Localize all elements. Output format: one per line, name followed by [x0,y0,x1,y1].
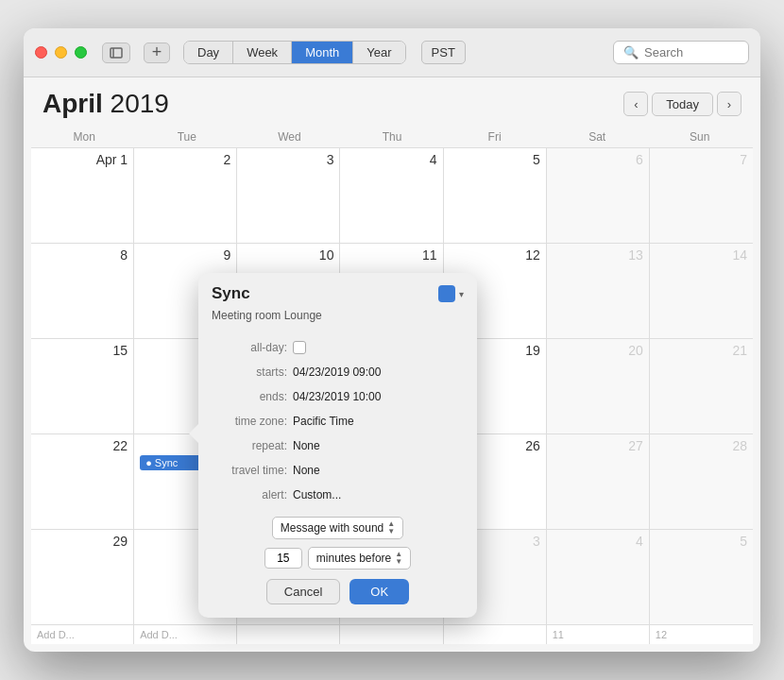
day-21[interactable]: 21 [650,339,753,434]
alert-time-select[interactable]: minutes before ▲ ▼ [308,547,411,570]
tab-year[interactable]: Year [353,42,404,63]
starts-label: starts: [212,366,287,379]
allday-label: all-day: [212,341,287,354]
day-header-thu: Thu [341,127,444,147]
timezone-selector[interactable]: PST [421,41,466,64]
alert-type-arrows: ▲ ▼ [387,520,395,536]
search-icon: 🔍 [623,45,639,60]
allday-checkbox[interactable] [293,341,306,354]
traffic-lights [35,46,87,59]
alert-buttons: Cancel OK [198,570,477,618]
day-header-sat: Sat [546,127,649,147]
prev-month-button[interactable]: ‹ [623,92,648,116]
add-event-cell-29[interactable]: Add D... [31,625,134,644]
calendar-grid: Mon Tue Wed Thu Fri Sat Sun Apr 1 2 3 4 … [24,127,760,652]
day-4[interactable]: 4 [340,148,443,243]
day-29[interactable]: 29 [31,530,134,624]
day-apr1[interactable]: Apr 1 [31,148,134,243]
svg-rect-0 [111,48,122,58]
calendar-header: April 2019 ‹ Today › [24,77,760,127]
nav-arrows: ‹ Today › [623,92,741,116]
sidebar-toggle-button[interactable] [102,42,130,63]
calendar-window: + Day Week Month Year PST 🔍 April 2019 ‹… [24,28,760,652]
alert-time-row: minutes before ▲ ▼ [212,547,464,570]
alert-time-value: minutes before [316,552,391,565]
field-timezone: time zone: Pacific Time [212,411,464,432]
day-header-wed: Wed [238,127,341,147]
timezone-value[interactable]: Pacific Time [293,415,354,428]
day-8[interactable]: 8 [31,244,134,338]
alert-controls-section: Message with sound ▲ ▼ minutes before [198,511,477,570]
tab-day[interactable]: Day [184,42,233,63]
day-header-tue: Tue [136,127,239,147]
day-14[interactable]: 14 [650,244,753,338]
add-event-button[interactable]: + [144,42,170,63]
tab-week[interactable]: Week [233,42,292,63]
day-28[interactable]: 28 [650,434,753,529]
field-starts: starts: 04/23/2019 09:00 [212,362,464,382]
other-may1 [237,625,340,644]
color-dot[interactable] [438,285,455,302]
timezone-label: time zone: [212,415,287,428]
day-3[interactable]: 3 [237,148,340,243]
field-travel: travel time: None [212,460,464,481]
fullscreen-button[interactable] [75,46,87,59]
day-5[interactable]: 5 [444,148,547,243]
ends-label: ends: [212,390,287,403]
repeat-value[interactable]: None [293,439,320,452]
starts-value[interactable]: 04/23/2019 09:00 [293,366,381,379]
day-27[interactable]: 27 [547,434,650,529]
popover-subtitle: Meeting room Lounge [198,309,477,332]
travel-value[interactable]: None [293,464,320,477]
day-13[interactable]: 13 [547,244,650,338]
field-ends: ends: 04/23/2019 10:00 [212,386,464,407]
close-button[interactable] [35,46,47,59]
alert-type-value: Message with sound [281,521,383,535]
day-7[interactable]: 7 [650,148,753,243]
event-popover: Sync ▾ Meeting room Lounge all-day: star… [198,273,477,618]
today-button[interactable]: Today [652,93,713,116]
field-allday: all-day: [212,337,464,358]
month-title: April 2019 [43,89,169,119]
popover-title: Sync [212,284,250,303]
color-chevron-icon[interactable]: ▾ [459,289,464,299]
day-6[interactable]: 6 [547,148,650,243]
titlebar: + Day Week Month Year PST 🔍 [24,28,760,77]
alert-minutes-input[interactable] [264,548,302,569]
alert-type-select[interactable]: Message with sound ▲ ▼ [272,517,403,539]
search-input[interactable] [644,45,739,60]
day-headers: Mon Tue Wed Thu Fri Sat Sun [31,127,753,147]
day-20[interactable]: 20 [547,339,650,434]
add-event-cell-30[interactable]: Add D... [134,625,237,644]
alert-time-arrows: ▲ ▼ [395,551,402,566]
alert-value[interactable]: Custom... [293,488,341,502]
field-alert: alert: Custom... [212,484,464,505]
tab-month[interactable]: Month [292,42,353,63]
day-15[interactable]: 15 [31,339,134,434]
day-header-fri: Fri [443,127,546,147]
alert-label: alert: [212,488,287,502]
day-header-mon: Mon [33,127,136,147]
day-may5[interactable]: 5 [650,530,753,624]
next-month-button[interactable]: › [717,92,741,116]
ends-value[interactable]: 04/23/2019 10:00 [293,390,381,403]
other-may3 [444,625,547,644]
alert-type-row: Message with sound ▲ ▼ [212,517,464,539]
repeat-label: repeat: [212,439,287,452]
day-22[interactable]: 22 [31,434,134,529]
cancel-button[interactable]: Cancel [266,579,340,604]
popover-fields: all-day: starts: 04/23/2019 09:00 ends: … [198,332,477,511]
day-header-sun: Sun [648,127,751,147]
day-11-small: 11 [547,625,650,644]
add-row: Add D... Add D... 11 12 [31,624,753,644]
field-repeat: repeat: None [212,435,464,456]
day-2[interactable]: 2 [134,148,237,243]
minimize-button[interactable] [55,46,67,59]
search-box: 🔍 [613,41,749,64]
day-may4[interactable]: 4 [547,530,650,624]
ok-button[interactable]: OK [349,579,409,604]
popover-header: Sync ▾ [198,273,477,309]
view-tabs: Day Week Month Year [183,41,406,64]
other-may2 [340,625,443,644]
travel-label: travel time: [212,464,287,477]
